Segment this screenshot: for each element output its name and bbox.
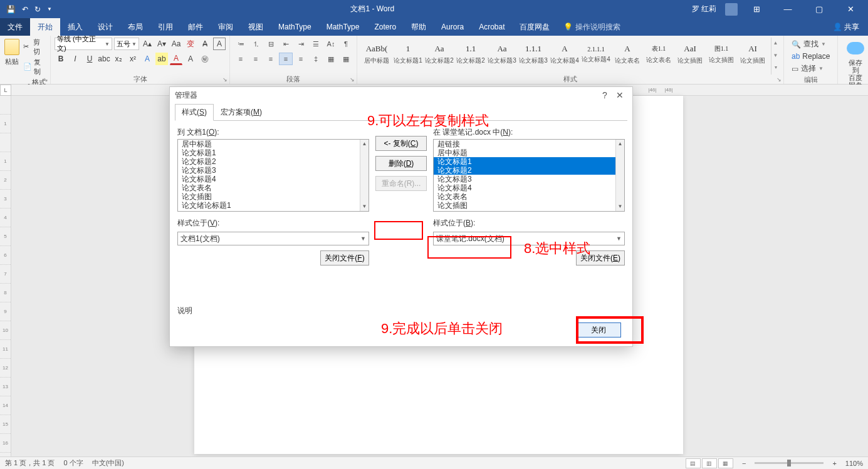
change-case-icon[interactable]: Aa [170,38,182,50]
list-item[interactable]: 论文标题3 [178,166,360,175]
list-item[interactable]: 居中标题 [178,140,360,148]
numbering-icon[interactable]: ⒈ [249,38,263,50]
tab-home[interactable]: 开始 [30,18,60,36]
style-item[interactable]: AaBb(居中标题 [361,38,392,71]
chevron-up-icon[interactable]: ▲ [616,140,624,148]
list-item[interactable]: 论文表名 [434,192,615,201]
close-dialog-button[interactable]: 关闭 [576,322,621,338]
tab-layout[interactable]: 布局 [120,18,150,36]
style-item[interactable]: AI论文插图 [737,38,768,71]
char-shading-icon[interactable]: A [184,53,197,65]
circle-char-icon[interactable]: ㊙ [199,53,211,65]
list-item[interactable]: 论文标题1 [178,148,360,157]
save-icon[interactable]: 💾 [6,5,16,14]
slider-thumb[interactable] [787,460,791,466]
style-located-select-left[interactable]: 文档1(文档)▼ [177,232,369,245]
dialog-launcher-icon[interactable]: ↘ [350,76,355,83]
tab-mailings[interactable]: 邮件 [180,18,211,36]
list-item[interactable]: 论文标题4 [434,183,615,192]
close-icon[interactable]: ✕ [612,90,627,100]
tab-design[interactable]: 设计 [90,18,120,36]
shading-icon[interactable]: ▦ [324,53,338,65]
style-item[interactable]: 表1.1论文表名 [643,38,674,71]
asian-layout-icon[interactable]: ☰ [309,38,323,50]
enclose-char-icon[interactable]: A [213,38,226,50]
scrollbar[interactable]: ▲▼ [360,140,369,211]
tell-me-search[interactable]: 💡 操作说明搜索 [557,22,627,33]
help-icon[interactable]: ? [597,90,612,100]
list-item[interactable]: 居中标题 [434,148,615,157]
style-item[interactable]: 1.1.1论文标题3 [518,38,549,71]
justify-icon[interactable]: ≡ [279,53,293,65]
tab-insert[interactable]: 插入 [60,18,90,36]
tab-file[interactable]: 文件 [0,18,30,36]
tab-zotero[interactable]: Zotero [367,18,404,36]
style-item[interactable]: 2.1.1.1论文标题4 [580,38,612,71]
italic-button[interactable]: I [69,53,81,65]
list-item[interactable]: 论文标题3 [434,175,615,183]
dialog-launcher-icon[interactable]: ↘ [776,76,782,83]
distributed-icon[interactable]: ≡ [294,53,308,65]
zoom-slider[interactable] [755,462,824,464]
style-item[interactable]: Aa论文标题3 [486,38,518,71]
language-indicator[interactable]: 中文(中国) [92,458,124,468]
font-color-icon[interactable]: A [170,53,182,65]
close-file-right-button[interactable]: 关闭文件(E) [576,250,625,265]
replace-button[interactable]: abReplace [792,52,830,61]
chevron-down-icon[interactable]: ▼ [616,202,624,211]
border-icon[interactable]: ▦ [339,53,353,65]
bold-button[interactable]: B [55,53,67,65]
show-marks-icon[interactable]: ¶ [339,38,353,50]
line-spacing-icon[interactable]: ‡ [309,53,323,65]
page-indicator[interactable]: 第 1 页，共 1 页 [5,458,55,468]
style-item[interactable]: A论文表名 [612,38,643,71]
vertical-ruler[interactable]: 1123456789101112131415161718192021 [0,96,11,456]
copy-button[interactable]: 📄复制 [23,58,46,76]
decrease-size-icon[interactable]: A▾ [155,38,168,50]
redo-icon[interactable]: ↻ [34,5,41,14]
tab-macros[interactable]: 宏方案项(M) [214,104,269,121]
username[interactable]: 罗 红莉 [692,4,716,14]
tab-review[interactable]: 审阅 [211,18,241,36]
list-item[interactable]: 论文表名 [178,183,360,192]
font-size-combo[interactable]: 五号▼ [114,38,139,50]
style-item[interactable]: 图1.1论文插图 [706,38,737,71]
font-name-combo[interactable]: 等线 (中文正文)▼ [55,38,112,50]
style-item[interactable]: 1.1论文标题2 [455,38,486,71]
increase-indent-icon[interactable]: ⇥ [294,38,308,50]
list-item[interactable]: 论文插图 [178,192,360,201]
print-layout-icon[interactable]: ▥ [702,458,717,468]
share-button[interactable]: 👤 共享 [824,22,868,33]
text-effects-icon[interactable]: A [141,53,154,65]
tab-aurora[interactable]: Aurora [434,18,471,36]
tab-references[interactable]: 引用 [150,18,180,36]
left-listbox[interactable]: 居中标题 论文标题1 论文标题2 论文标题3 论文标题4 论文表名 论文插图 论… [177,139,369,212]
chevron-down-icon[interactable]: ▼ [360,202,369,211]
increase-size-icon[interactable]: A▴ [141,38,154,50]
tab-help[interactable]: 帮助 [404,18,434,36]
list-item[interactable]: 论文标题4 [178,175,360,183]
chevron-up-icon[interactable]: ▲ [360,140,369,148]
style-item[interactable]: AaI论文插图 [674,38,706,71]
style-item[interactable]: 1论文标题1 [392,38,424,71]
multilevel-icon[interactable]: ⊟ [264,38,278,50]
right-listbox[interactable]: 超链接 居中标题 论文标题1 论文标题2 论文标题3 论文标题4 论文表名 论文… [433,139,625,212]
zoom-out-icon[interactable]: − [742,460,746,467]
superscript-button[interactable]: x² [127,53,139,65]
minimize-icon[interactable]: — [775,4,800,14]
strikethrough-button[interactable]: abc [98,53,110,65]
tab-baidu[interactable]: 百度网盘 [512,18,557,36]
styles-scroll[interactable]: ▲▼▾ [771,38,780,75]
user-avatar[interactable] [725,3,738,16]
close-window-icon[interactable]: ✕ [838,4,863,14]
subscript-button[interactable]: x₂ [112,53,125,65]
clear-formatting-icon[interactable]: A̶ [199,38,211,50]
phonetic-icon[interactable]: 变 [184,38,197,50]
list-item[interactable]: 论文标题2 [434,166,615,175]
style-located-select-right[interactable]: 课堂笔记.docx(文档)▼ [433,232,625,245]
list-item[interactable]: 论文标题1 [434,157,615,166]
copy-button[interactable]: <- 复制(C) [375,136,427,151]
find-button[interactable]: 🔍查找 ▼ [792,39,830,49]
list-item[interactable]: 超链接 [434,140,615,148]
read-mode-icon[interactable]: ▤ [686,458,701,468]
